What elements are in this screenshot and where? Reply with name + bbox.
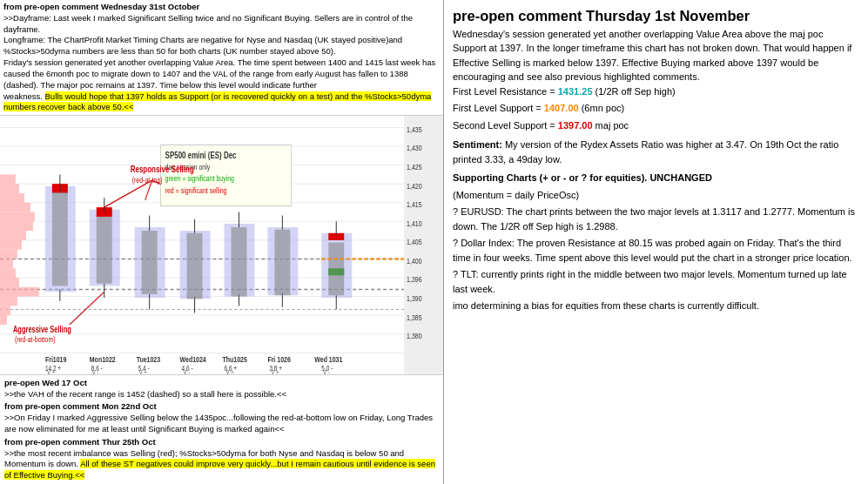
top-line3: Longframe: The ChartProfit Market Timing… xyxy=(3,35,440,57)
bottom-text-section: pre-open Wed 17 Oct >>the VAH of the rec… xyxy=(0,374,443,484)
bottom-section3: from pre-open comment Thur 25th Oct >>th… xyxy=(4,437,439,481)
resistance1-line: First Level Resistance = 1431.25 (1/2R o… xyxy=(453,84,859,99)
svg-text:1,425: 1,425 xyxy=(407,162,422,171)
bottom-section1-body: >>the VAH of the recent range is 1452 (d… xyxy=(4,389,286,399)
right-panel-title: pre-open comment Thursday 1st November xyxy=(453,5,859,27)
svg-rect-18 xyxy=(0,184,19,193)
support1-label: First Level Support = xyxy=(453,103,544,113)
svg-rect-24 xyxy=(0,240,22,250)
svg-text:1,435: 1,435 xyxy=(407,124,422,134)
svg-text:1,385: 1,385 xyxy=(407,313,422,322)
bottom-section1-title: pre-open Wed 17 Oct xyxy=(4,378,87,387)
supporting-item-1: ? EURUSD: The chart prints between the t… xyxy=(453,205,859,233)
sentiment-section: Sentiment: My version of the Rydex Asset… xyxy=(453,138,859,166)
svg-text:(red-at-top): (red-at-top) xyxy=(132,175,163,185)
svg-rect-54 xyxy=(231,227,246,297)
svg-text:red = significant selling: red = significant selling xyxy=(165,185,227,195)
bottom-section2-title: from pre-open comment Mon 22nd Oct xyxy=(4,401,157,411)
sentiment-title: Sentiment: xyxy=(453,139,502,150)
support2-suffix: maj poc xyxy=(593,120,629,131)
supporting-section: Supporting Charts (+ or - or ? for equit… xyxy=(453,171,859,313)
svg-text:V +: V + xyxy=(139,368,147,374)
left-column: from pre-open comment Wednesday 31st Oct… xyxy=(0,0,444,484)
svg-text:1,430: 1,430 xyxy=(407,143,422,152)
svg-rect-32 xyxy=(0,315,7,325)
chart-svg: 1,435 1,430 1,425 1,420 1,415 1,410 1,40… xyxy=(0,116,443,374)
svg-text:V +: V + xyxy=(225,368,233,374)
resistance1-val: 1431.25 xyxy=(558,86,593,97)
svg-rect-58 xyxy=(274,230,290,295)
svg-text:1,390: 1,390 xyxy=(407,293,422,303)
support2-line: Second Level Support = 1397.00 maj poc xyxy=(453,118,859,133)
top-line1: from pre-open comment Wednesday 31st Oct… xyxy=(3,2,440,13)
resistance1-label: First Level Resistance = xyxy=(453,86,558,97)
svg-text:Responsive Selling: Responsive Selling xyxy=(131,164,194,175)
svg-text:V +: V + xyxy=(271,368,279,374)
supporting-items: (Momentum = daily PriceOsc)? EURUSD: The… xyxy=(453,188,859,313)
top-line4: Friday's session generated yet another o… xyxy=(3,57,440,91)
svg-text:1,410: 1,410 xyxy=(407,218,422,228)
top-line2: >>Dayframe: Last week I marked Significa… xyxy=(3,13,440,36)
svg-text:1,415: 1,415 xyxy=(407,199,422,209)
right-panel-para1: Wednesday's session generated yet anothe… xyxy=(453,27,859,84)
svg-text:1,400: 1,400 xyxy=(407,256,422,266)
svg-rect-27 xyxy=(0,268,16,278)
svg-rect-20 xyxy=(0,203,30,212)
resistance1-suffix: (1/2R off Sep high) xyxy=(593,86,676,97)
svg-text:V -: V - xyxy=(184,368,191,374)
supporting-item-3: ? TLT: currently prints right in the mid… xyxy=(453,267,859,296)
svg-rect-21 xyxy=(0,212,35,222)
support1-val: 1407.00 xyxy=(544,103,579,113)
svg-text:V +: V + xyxy=(47,368,55,374)
sentiment-body: My version of the Rydex Assets Ratio was… xyxy=(453,139,838,165)
svg-rect-23 xyxy=(0,231,26,240)
svg-rect-50 xyxy=(187,233,203,299)
svg-rect-29 xyxy=(0,287,39,297)
svg-text:Aggressive Selling: Aggressive Selling xyxy=(13,325,71,334)
chart-container: 1,435 1,430 1,425 1,420 1,415 1,410 1,40… xyxy=(0,116,443,374)
svg-rect-31 xyxy=(0,306,10,316)
svg-text:green = significant buying: green = significant buying xyxy=(165,174,235,184)
bottom-section3-title: from pre-open comment Thur 25th Oct xyxy=(4,437,156,447)
support1-suffix: (6mn poc) xyxy=(579,103,625,113)
svg-rect-64 xyxy=(328,243,344,296)
top-line5-yellow: Bulls would hope that 1397 holds as Supp… xyxy=(3,91,431,112)
right-panel: pre-open comment Thursday 1st November W… xyxy=(444,0,868,484)
svg-rect-25 xyxy=(0,250,17,259)
svg-rect-26 xyxy=(0,259,13,269)
supporting-item-4: imo determining a bias for equities from… xyxy=(453,299,859,313)
support1-line: First Level Support = 1407.00 (6mn poc) xyxy=(453,101,859,116)
svg-text:V -: V - xyxy=(323,368,330,374)
bottom-section2-body: >>On Friday I marked Aggressive Selling … xyxy=(4,413,433,434)
svg-rect-19 xyxy=(0,193,24,203)
svg-text:1,420: 1,420 xyxy=(407,181,422,191)
svg-rect-28 xyxy=(0,278,19,287)
svg-rect-22 xyxy=(0,221,33,231)
svg-text:SP500 emini (ES) Dec: SP500 emini (ES) Dec xyxy=(165,149,237,160)
svg-rect-42 xyxy=(97,217,112,284)
top-line5: weakness. Bulls would hope that 1397 hol… xyxy=(3,91,440,114)
svg-rect-17 xyxy=(0,175,16,185)
support2-val: 1397.00 xyxy=(558,120,593,131)
supporting-item-0: (Momentum = daily PriceOsc) xyxy=(453,188,859,203)
svg-text:V -: V - xyxy=(92,368,99,374)
top-line5-normal: weakness. xyxy=(3,91,45,101)
svg-rect-37 xyxy=(52,192,68,286)
svg-rect-46 xyxy=(142,231,158,294)
supporting-item-2: ? Dollar Index: The proven Resistance at… xyxy=(453,236,859,265)
bottom-section1: pre-open Wed 17 Oct >>the VAH of the rec… xyxy=(4,378,439,400)
svg-text:1,380: 1,380 xyxy=(407,331,422,340)
svg-text:(red-at-bottom): (red-at-bottom) xyxy=(15,334,56,344)
top-commentary: from pre-open comment Wednesday 31st Oct… xyxy=(0,0,443,116)
svg-text:1,396: 1,396 xyxy=(407,274,422,284)
bottom-section2: from pre-open comment Mon 22nd Oct >>On … xyxy=(4,401,439,434)
support2-label: Second Level Support = xyxy=(453,120,558,131)
svg-text:1,405: 1,405 xyxy=(407,237,422,246)
supporting-title: Supporting Charts (+ or - or ? for equit… xyxy=(453,171,859,185)
svg-rect-30 xyxy=(0,297,17,306)
